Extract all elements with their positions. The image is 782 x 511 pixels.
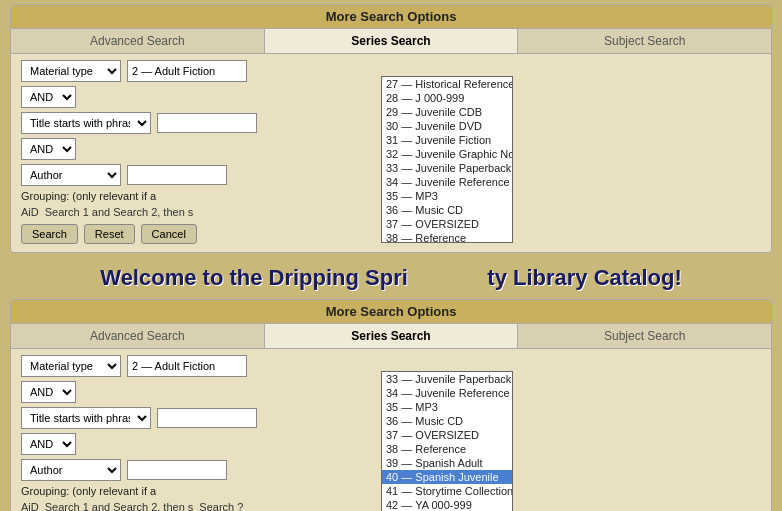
dropdown-item-0-11[interactable]: 38 — Reference [382, 231, 512, 242]
welcome-text-1: Welcome to the Dripping Spri ty Library … [0, 257, 782, 297]
bool-op-2-2[interactable]: AND [21, 433, 76, 455]
tab-series-1[interactable]: Series Search [265, 29, 519, 53]
dropdown-item-1-6[interactable]: 39 — Spanish Adult [382, 456, 512, 470]
panel1-tabs: Advanced Search Series Search Subject Se… [11, 29, 771, 54]
dropdown-item-0-10[interactable]: 37 — OVERSIZED [382, 217, 512, 231]
series-select-wrapper-1: 2 — Adult Fiction [127, 60, 247, 82]
bool-op-1-2[interactable]: AND [21, 138, 76, 160]
dropdown-item-0-5[interactable]: 32 — Juvenile Graphic Novel [382, 147, 512, 161]
reset-button-1[interactable]: Reset [84, 224, 135, 244]
material-type-select-2[interactable]: Material type [21, 355, 121, 377]
search-type-2[interactable]: Title starts with phrase [21, 407, 151, 429]
tab-advanced-1[interactable]: Advanced Search [11, 29, 265, 53]
author-select-1[interactable]: Author [21, 164, 121, 186]
dropdown-item-1-2[interactable]: 35 — MP3 [382, 400, 512, 414]
dropdown-item-0-3[interactable]: 30 — Juvenile DVD [382, 119, 512, 133]
dropdown-item-1-4[interactable]: 37 — OVERSIZED [382, 428, 512, 442]
grouping-text-1: Grouping: (only relevant if a [21, 190, 156, 202]
dropdown-list-1: 27 — Historical Reference 28 — J 000-999… [381, 76, 513, 243]
search-type-1[interactable]: Title starts with phrase [21, 112, 151, 134]
top-panel: More Search Options Advanced Search Seri… [10, 4, 772, 253]
panel1-header-text: More Search Options [326, 9, 457, 24]
dropdown-item-1-8[interactable]: 41 — Storytime Collection [382, 484, 512, 498]
dropdown-item-0-0[interactable]: 27 — Historical Reference [382, 77, 512, 91]
search-button-1[interactable]: Search [21, 224, 78, 244]
dropdown-item-1-3[interactable]: 36 — Music CD [382, 414, 512, 428]
dropdown-item-0-2[interactable]: 29 — Juvenile CDB [382, 105, 512, 119]
dropdown-item-1-0[interactable]: 33 — Juvenile Paperback [382, 372, 512, 386]
tab-advanced-2[interactable]: Advanced Search [11, 324, 265, 348]
panel1-row1: Material type 2 — Adult Fiction 27 — His… [21, 60, 761, 82]
dropdown-item-0-6[interactable]: 33 — Juvenile Paperback [382, 161, 512, 175]
search-input-1-author[interactable] [127, 165, 227, 185]
bool-op-2-1[interactable]: AND [21, 381, 76, 403]
tab-subject-2[interactable]: Subject Search [518, 324, 771, 348]
series-dropdown-2[interactable]: 2 — Adult Fiction [127, 355, 247, 377]
panel1-search-text: Search 1 and Search 2, then s [45, 206, 194, 218]
series-dropdown-1[interactable]: 2 — Adult Fiction [127, 60, 247, 82]
dropdown-item-0-8[interactable]: 35 — MP3 [382, 189, 512, 203]
bool-op-1-1[interactable]: AND [21, 86, 76, 108]
series-select-wrapper-2: 2 — Adult Fiction [127, 355, 247, 377]
tab-series-2[interactable]: Series Search [265, 324, 519, 348]
dropdown-item-0-9[interactable]: 36 — Music CD [382, 203, 512, 217]
panel2-header: More Search Options [11, 300, 771, 324]
tab-subject-1[interactable]: Subject Search [518, 29, 771, 53]
panel2-tabs: Advanced Search Series Search Subject Se… [11, 324, 771, 349]
dropdown-list-2: 33 — Juvenile Paperback 34 — Juvenile Re… [381, 371, 513, 511]
material-type-select-1[interactable]: Material type [21, 60, 121, 82]
search-input-2-title[interactable] [157, 408, 257, 428]
panel2-aid-text: AiD [21, 501, 39, 511]
page-wrapper: More Search Options Advanced Search Seri… [0, 0, 782, 511]
panel2-header-text: More Search Options [326, 304, 457, 319]
search-input-2-author[interactable] [127, 460, 227, 480]
panel2-search-text: Search 1 and Search 2, then s [45, 501, 194, 511]
dropdown-item-0-1[interactable]: 28 — J 000-999 [382, 91, 512, 105]
dropdown-item-1-5[interactable]: 38 — Reference [382, 442, 512, 456]
dropdown-item-1-1[interactable]: 34 — Juvenile Reference [382, 386, 512, 400]
dropdown-item-1-9[interactable]: 42 — YA 000-999 [382, 498, 512, 511]
panel2-row1: Material type 2 — Adult Fiction 33 — Juv… [21, 355, 761, 377]
panel2-body: Material type 2 — Adult Fiction 33 — Juv… [11, 349, 771, 511]
dropdown-item-0-4[interactable]: 31 — Juvenile Fiction [382, 133, 512, 147]
panel1-header: More Search Options [11, 5, 771, 29]
dropdown-item-0-7[interactable]: 34 — Juvenile Reference [382, 175, 512, 189]
dropdown-scroll-1[interactable]: 27 — Historical Reference 28 — J 000-999… [382, 77, 512, 242]
grouping-text-2: Grouping: (only relevant if a [21, 485, 156, 497]
cancel-button-1[interactable]: Cancel [141, 224, 197, 244]
search-input-1-title[interactable] [157, 113, 257, 133]
bottom-panel: More Search Options Advanced Search Seri… [10, 299, 772, 511]
dropdown-item-1-7[interactable]: 40 — Spanish Juvenile [382, 470, 512, 484]
panel1-aid-text: AiD [21, 206, 39, 218]
author-select-2[interactable]: Author [21, 459, 121, 481]
panel2-search-question: Search ? [199, 501, 243, 511]
dropdown-scroll-2[interactable]: 33 — Juvenile Paperback 34 — Juvenile Re… [382, 372, 512, 511]
panel1-body: Material type 2 — Adult Fiction 27 — His… [11, 54, 771, 252]
